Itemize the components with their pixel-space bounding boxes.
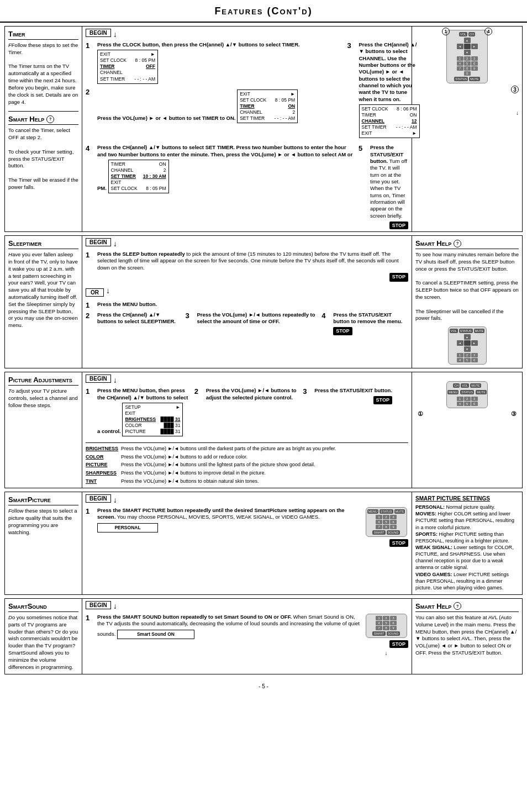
r-dpad: ▲ ◄ ► ▼ — [457, 38, 478, 55]
adj-color: COLOR — [86, 454, 119, 461]
sr-up: ▲ — [464, 334, 471, 340]
pr-6: 6 — [471, 402, 478, 406]
sleep-s3-text: Press the VOL(ume) ►/◄ buttons repeatedl… — [197, 312, 317, 325]
timer-begin: BEGIN — [86, 29, 111, 37]
r-2: 2 — [464, 56, 471, 61]
sleep-step-2: 2 Press the CH(annel) ▲/▼ buttons to sel… — [86, 312, 181, 335]
step-5-num: 5 — [359, 144, 368, 152]
sleep-s1b-text: Press the MENU button. — [97, 301, 157, 308]
picture-adj-table: BRIGHTNESS Press the VOL(ume) ►/◄ button… — [86, 442, 408, 486]
ss-display: Smart Sound ON — [117, 630, 194, 639]
sleep-remote: VOL STATUS MUTE ▲ ◄ ► ▼ — [448, 326, 487, 365]
sp-remote: MENU STATUS MUTE 1 2 3 4 5 6 — [366, 507, 407, 537]
step-3-num: 3 — [347, 41, 357, 50]
smartpicture-label: SmartPicture — [8, 495, 78, 505]
step-3-text: Press the CH(annel) ▲/▼ buttons to selec… — [359, 41, 420, 140]
timer-step-1: 1 Press the CLOCK button, then press the… — [86, 41, 355, 86]
sp-begin-arrow: ↓ — [113, 495, 117, 504]
page-number: - 5 - — [0, 681, 527, 692]
r-center — [464, 44, 471, 49]
timer-menu-3: SET CLOCK8 : 06 PM TIMERON CHANNEL12 SET… — [359, 104, 420, 138]
picture-label: Picture Adjustments — [8, 376, 78, 386]
step-5-text: Press the STATUS/EXIT button. Turn off t… — [370, 144, 408, 219]
timer-step-4: 4 Press the CH(annel) ▲/▼ buttons to sel… — [86, 144, 355, 195]
sp-stop: STOP — [389, 539, 408, 547]
pr-mute: MUTE — [470, 383, 481, 388]
timer-step-5-col: 5 Press the STATUS/EXIT button. Turn off… — [359, 144, 408, 229]
pic-s2-text: Press the VOL(ume) ►/◄ buttons to adjust… — [206, 387, 300, 401]
sr-vol: VOL — [450, 329, 458, 333]
r-8: 8 — [464, 66, 471, 71]
smartsound-section: SmartSound Do you sometimes notice that … — [4, 598, 523, 675]
pr-1: 1 — [457, 397, 463, 401]
smartpicture-body: Follow these steps to select a picture q… — [8, 508, 78, 536]
sr-center — [464, 340, 471, 346]
sr-2: 2 — [464, 353, 471, 357]
timer-menu-2: EXIT► SET CLOCK8 : 05 PM TIMERON CHANNEL… — [237, 89, 298, 123]
step-1-num: 1 — [86, 41, 96, 50]
remote-badge-4: 4 — [484, 28, 492, 35]
sleep-s1-text: Press the SLEEP button repeatedly to pic… — [97, 251, 408, 282]
pic-begin: BEGIN — [86, 375, 111, 383]
pr-4: 4 — [457, 402, 463, 406]
timer-smart-help-text: To cancel the Timer, select OFF at step … — [8, 127, 78, 191]
picture-left: Picture Adjustments To adjust your TV pi… — [5, 372, 82, 488]
sr-right: ► — [471, 340, 478, 346]
sp-s1-text: Press the SMART PICTURE button repeatedl… — [97, 507, 360, 534]
sleep-step-4: 4 Press the STATUS/EXIT button to remove… — [322, 312, 408, 335]
timer-section: Timer FFollow these steps to set the Tim… — [4, 26, 523, 232]
ss-step-1: 1 Press the SMART SOUND button repeatedl… — [86, 614, 360, 641]
sp-settings-title: SMART PICTURE SETTINGS — [415, 495, 519, 502]
ssr-4: 4 — [376, 621, 382, 625]
sleeptimer-left: Sleeptimer Have you ever fallen asleep i… — [5, 236, 82, 368]
spr-menu: MENU — [367, 509, 378, 514]
sleeptimer-label: Sleeptimer — [8, 239, 78, 249]
sr-1: 1 — [457, 353, 463, 357]
adj-color-desc: Press the VOL(ume) ►/◄ buttons to add or… — [121, 454, 247, 461]
pr-menu: MENU — [447, 390, 459, 394]
r-ch-btn: CH — [468, 32, 475, 36]
ssr-1: 1 — [376, 616, 382, 620]
pic-s1-text: Press the MENU button, then press the CH… — [97, 387, 191, 438]
sleep-s4-text: Press the STATUS/EXIT button to remove t… — [333, 312, 408, 335]
adj-sharpness-desc: Press the VOL(ume) ►/◄ buttons to improv… — [121, 470, 266, 477]
smartsound-body: Do you sometimes notice that parts of TV… — [8, 614, 78, 671]
pic-s3-text: Press the STATUS/EXIT button. STOP — [314, 387, 392, 404]
ss-smart-icon: ? — [454, 602, 461, 610]
ssr-5: 5 — [383, 621, 389, 625]
ss-s1-text: Press the SMART SOUND button repeatedly … — [97, 614, 360, 641]
step-2-text: Press the VOL(ume) ► or ◄ button to set … — [97, 88, 298, 125]
timer-body: FFollow these steps to set the Timer. Th… — [8, 42, 78, 106]
sr-left: ◄ — [457, 340, 463, 346]
pr-3: 3 — [471, 397, 478, 401]
sleep-s4-num: 4 — [322, 312, 331, 320]
step-4-text: Press the CH(annel) ▲/▼ buttons to selec… — [97, 144, 355, 195]
sleep-step-1: 1 Press the SLEEP button repeatedly to p… — [86, 251, 408, 282]
badge-3: 3 — [511, 86, 519, 93]
timer-step-3: 3 Press the CH(annel) ▲/▼ buttons to sel… — [347, 41, 420, 140]
sleep-step-1b: 1 Press the MENU button. — [86, 301, 408, 309]
ssr-smart: SMART — [372, 631, 385, 636]
r-up: ▲ — [464, 38, 471, 43]
timer-left: Timer FFollow these steps to set the Tim… — [5, 27, 82, 231]
r-0: 0 — [464, 71, 471, 76]
ss-arrow-down: ↓ — [385, 650, 388, 656]
spr-2: 2 — [383, 515, 389, 519]
picture-section: Picture Adjustments To adjust your TV pi… — [4, 372, 523, 488]
pr-2: 2 — [464, 397, 471, 401]
sleep-begin-arrow: ↓ — [113, 239, 117, 248]
adj-tint: TINT — [86, 478, 119, 485]
r-status: STATUS — [454, 77, 468, 81]
sleep-smart-text: To see how many minutes remain before th… — [415, 251, 519, 322]
spr-smart: SMART — [372, 530, 385, 535]
sp-step-1: 1 Press the SMART PICTURE button repeate… — [86, 507, 360, 534]
spr-9: 9 — [390, 525, 397, 529]
ss-begin-arrow: ↓ — [113, 602, 117, 610]
ssr-6: 6 — [390, 621, 397, 625]
r-6: 6 — [471, 61, 478, 66]
sp-begin: BEGIN — [86, 494, 111, 503]
sr-status: STATUS — [459, 329, 473, 333]
spr-8: 8 — [383, 525, 389, 529]
pic-stop: STOP — [373, 396, 392, 405]
ssr-sound: SOUND — [387, 631, 400, 636]
